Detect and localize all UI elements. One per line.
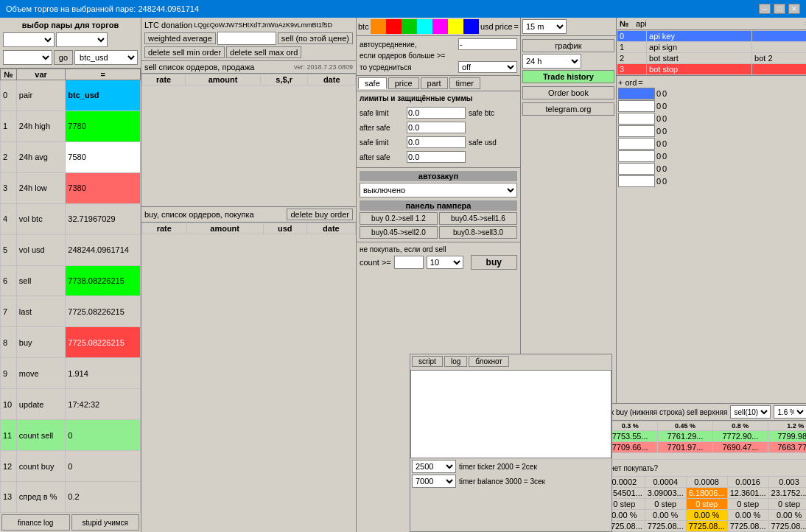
count-select[interactable]: 10 — [427, 256, 463, 269]
bottom-buttons: finance log stupid учимся — [0, 513, 141, 532]
safe-row-4: after safe — [360, 150, 517, 164]
tab-script[interactable]: script — [412, 356, 443, 367]
ord-val-1: 0 — [656, 102, 661, 111]
ord-input-4[interactable] — [618, 138, 655, 150]
ord-input-7[interactable] — [618, 175, 655, 187]
plus-ord-section: + ord = fre 0 0 0 — [617, 75, 806, 189]
tab-price[interactable]: price — [388, 77, 419, 89]
safe-limit-input-2[interactable] — [407, 136, 466, 148]
delete-buy-order-button[interactable]: delete buy order — [287, 209, 353, 220]
stupid-button[interactable]: stupid учимся — [71, 514, 140, 531]
btc-usd-select[interactable]: btc_usd — [74, 50, 138, 65]
row-val: 0 — [66, 451, 141, 482]
api-val — [752, 31, 806, 42]
buy-val-5: 7663.77... — [768, 442, 806, 453]
row-val: 1.914 — [66, 358, 141, 389]
finance-log-button[interactable]: finance log — [1, 514, 70, 531]
ord-input-5[interactable] — [618, 150, 655, 162]
ord-input-1[interactable] — [618, 100, 655, 112]
ord-input-3[interactable] — [618, 125, 655, 137]
time-select[interactable]: 15 m — [522, 19, 567, 34]
go-button[interactable]: go — [54, 50, 73, 65]
after-safe-input-1[interactable] — [407, 122, 466, 133]
freq-val-4: 0 — [662, 139, 667, 148]
pct1-select[interactable]: 1.6 % — [774, 405, 806, 419]
telegram-button[interactable]: telegram.org — [522, 102, 614, 116]
btc-label: btc — [358, 22, 369, 31]
count-input[interactable] — [394, 256, 424, 269]
autopurchase-select[interactable]: выключено — [360, 183, 517, 197]
limits-header: лимиты и защищённые суммы — [360, 94, 517, 102]
pamper-btn-4[interactable]: buy0.8->sell3.0 — [439, 226, 517, 239]
api-name: bot stop — [647, 64, 752, 75]
price-4: 7725.08... — [686, 521, 727, 532]
pair-select-2[interactable] — [56, 32, 108, 47]
ord-row: 0 0 — [618, 113, 806, 125]
safe-limit-input-1[interactable] — [407, 107, 466, 119]
ord-input-0[interactable] — [618, 88, 655, 99]
script-textarea[interactable] — [410, 370, 611, 458]
pamper-btn-1[interactable]: buy 0.2->sell 1.2 — [360, 212, 438, 225]
sell-orders-table: rate amount s,$,r date — [141, 74, 356, 85]
hours-select[interactable]: 24 h — [522, 54, 581, 69]
eq-label: = — [514, 22, 519, 31]
graph-button[interactable]: график — [522, 39, 614, 52]
avg-row-1: автоусреднение, — [360, 38, 517, 51]
sell-select[interactable]: sell(10) — [730, 405, 771, 419]
sell-price-button[interactable]: sell (по этой цене) — [278, 32, 353, 44]
api-name: bot start — [647, 53, 752, 64]
row-var: last — [16, 296, 65, 327]
row-var: count sell — [16, 420, 65, 451]
color-seg-blue — [463, 19, 479, 34]
row-n: 6 — [1, 265, 17, 296]
ord-val-0: 0 — [656, 89, 661, 98]
tab-safe[interactable]: safe — [358, 77, 387, 89]
api-val — [752, 42, 806, 53]
order-book-button[interactable]: Order book — [522, 86, 614, 99]
col-var: var — [16, 69, 65, 80]
pamper-btn-2[interactable]: buy0.45->sell1.6 — [439, 212, 517, 225]
color-seg-orange — [371, 19, 386, 34]
delete-sell-min-button[interactable]: delete sell min order — [144, 46, 225, 58]
window-title: Объем торгов на выбранной паре: 248244.0… — [6, 4, 199, 13]
ver-label: ver: 2018.7.23.0809 — [294, 63, 353, 71]
step-4: 0 step — [686, 499, 727, 510]
trade-history-button[interactable]: Trade history — [522, 70, 614, 83]
row-n: 13 — [1, 481, 17, 512]
price-input[interactable] — [217, 32, 276, 45]
tab-timer[interactable]: timer — [449, 77, 480, 89]
ord-input-6[interactable] — [618, 163, 655, 175]
tab-log[interactable]: log — [444, 356, 467, 367]
buy-button[interactable]: buy — [471, 255, 517, 270]
orders-buy-section: rate amount usd date — [141, 223, 356, 532]
api-name: api key — [647, 31, 752, 42]
avg-select[interactable]: off — [458, 61, 517, 73]
after-safe-input-2[interactable] — [407, 151, 466, 163]
top-right-section: 15 m график 24 h Trade history Order boo… — [521, 18, 806, 403]
sub-col-5: 0.0016 — [727, 477, 768, 488]
step-3: 0 step — [645, 499, 686, 510]
safe-content: лимиты и защищённые суммы safe limit saf… — [357, 91, 520, 167]
row-val: 32.71967029 — [66, 203, 141, 234]
tab-part[interactable]: part — [421, 77, 448, 89]
tab-blocknot[interactable]: блокнот — [469, 356, 509, 367]
pair-select-3[interactable] — [3, 50, 52, 65]
row-n: 3 — [1, 172, 17, 203]
minimize-button[interactable]: ─ — [759, 4, 771, 14]
avg-input-1[interactable] — [458, 38, 517, 50]
timer-select-1[interactable]: 2500 — [412, 460, 456, 473]
weighted-average-button[interactable]: weighted average — [144, 32, 216, 44]
ord-input-2[interactable] — [618, 113, 655, 125]
api-table-row: 1 api sign — [617, 42, 806, 53]
delete-sell-max-button[interactable]: delete sell max ord — [226, 46, 301, 58]
buy-val-4: 7690.47... — [712, 442, 768, 453]
pair-select-1[interactable] — [3, 32, 55, 47]
api-table-row: 0 api key — [617, 31, 806, 42]
timer-select-2[interactable]: 7000 — [412, 475, 456, 488]
ord-val-3: 0 — [656, 127, 661, 136]
pamper-btn-3[interactable]: buy0.45->sell2.0 — [360, 226, 438, 239]
row-var: vol btc — [16, 203, 65, 234]
maximize-button[interactable]: □ — [774, 4, 785, 14]
close-button[interactable]: ✕ — [788, 4, 800, 14]
autopurchase-header: автозакуп — [360, 171, 517, 181]
